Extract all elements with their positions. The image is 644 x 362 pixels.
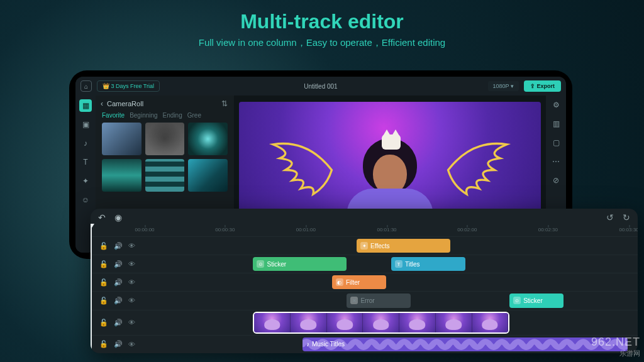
watermark-main: 962.NET xyxy=(591,336,640,349)
project-title[interactable]: Untitled 001 xyxy=(304,83,337,90)
settings-icon[interactable]: ⚙ xyxy=(550,99,562,111)
timeline-ruler[interactable]: 00:00:00 00:00:30 00:01:00 00:01:30 00:0… xyxy=(91,226,638,236)
audio-tool-icon[interactable]: ♪ xyxy=(79,137,92,150)
top-bar: ⌂ 👑 3 Days Free Trial Untitled 001 1080P… xyxy=(75,77,566,96)
watermark-sub: 乐游网 xyxy=(591,349,640,358)
speaker-icon[interactable]: 🔊 xyxy=(114,340,123,348)
speaker-icon[interactable]: 🔊 xyxy=(114,278,123,287)
lock-icon[interactable]: 🔓 xyxy=(99,260,108,268)
ruler-tick: 00:02:30 xyxy=(538,227,558,233)
eye-icon[interactable]: 👁 xyxy=(128,242,135,250)
media-tab-more[interactable]: Gree xyxy=(187,112,201,119)
ruler-tick: 00:03:30 xyxy=(619,227,638,233)
media-thumbnails xyxy=(96,123,234,192)
camera-tool-icon[interactable]: ▣ xyxy=(79,118,92,131)
clip-error[interactable]: ✕Error xyxy=(347,293,411,307)
eye-icon[interactable]: 👁 xyxy=(128,341,135,348)
lock-icon[interactable]: 🔓 xyxy=(99,297,108,305)
lock-icon[interactable]: 🔓 xyxy=(99,340,108,348)
track-row: 🔓🔊👁 ◐Filter xyxy=(91,273,638,291)
wing-left-graphic xyxy=(263,132,338,201)
dots-icon[interactable]: ⋯ xyxy=(550,156,562,167)
media-thumb[interactable] xyxy=(102,123,142,155)
hero-banner: Multi-track editor Full view in one colu… xyxy=(0,0,644,53)
clip-filter[interactable]: ◐Filter xyxy=(332,275,386,289)
playhead[interactable] xyxy=(91,226,92,353)
track-video-row: 🔓🔊👁 xyxy=(91,310,638,335)
speaker-icon[interactable]: 🔊 xyxy=(114,260,123,268)
trial-button[interactable]: 👑 3 Days Free Trial xyxy=(97,80,160,92)
text-tool-icon[interactable]: T xyxy=(79,156,92,168)
media-back-button[interactable]: ‹ xyxy=(101,99,103,108)
speaker-icon[interactable]: 🔊 xyxy=(114,242,123,250)
lock-icon[interactable]: 🔓 xyxy=(99,278,108,287)
effects-tool-icon[interactable]: ✦ xyxy=(79,175,92,187)
undo-icon[interactable]: ↺ xyxy=(606,212,614,222)
clip-effects[interactable]: ✦Effects xyxy=(357,239,450,253)
hero-subtitle: Full view in one column，Easy to operate，… xyxy=(0,37,644,49)
media-thumb[interactable] xyxy=(102,159,142,192)
media-thumb[interactable] xyxy=(188,123,228,155)
media-tab-ending[interactable]: Ending xyxy=(163,112,182,119)
eye-icon[interactable]: 👁 xyxy=(128,319,135,326)
track-row: 🔓🔊👁 ☺Sticker TTitles xyxy=(91,255,638,273)
ruler-tick: 00:01:00 xyxy=(296,227,316,233)
timeline-record-icon[interactable]: ◉ xyxy=(114,212,122,222)
ruler-tick: 00:00:30 xyxy=(215,227,235,233)
media-folder-label[interactable]: CameraRoll xyxy=(107,100,143,107)
speaker-icon[interactable]: 🔊 xyxy=(114,319,123,327)
media-tab-beginning[interactable]: Beginning xyxy=(130,112,157,119)
timeline-panel: ↶ ◉ ↺ ↻ 00:00:00 00:00:30 00:01:00 00:01… xyxy=(91,209,638,353)
eye-icon[interactable]: 👁 xyxy=(128,278,135,286)
clip-sticker[interactable]: ☺Sticker xyxy=(253,257,347,271)
media-thumb[interactable] xyxy=(145,159,185,192)
trial-label: 3 Days Free Trial xyxy=(111,83,155,89)
media-tabs: Favorite Beginning Ending Gree xyxy=(96,109,234,123)
ruler-tick: 00:02:00 xyxy=(457,227,477,233)
track-row: 🔓🔊👁 ✕Error ☺Sticker xyxy=(91,291,638,309)
timeline-back-icon[interactable]: ↶ xyxy=(98,212,106,222)
ruler-tick: 00:01:30 xyxy=(377,227,396,233)
eye-icon[interactable]: 👁 xyxy=(128,260,135,268)
timeline-toolbar: ↶ ◉ ↺ ↻ xyxy=(91,209,638,226)
video-clip[interactable] xyxy=(253,312,509,334)
export-button[interactable]: ⇪ Export xyxy=(524,80,561,92)
media-tool-icon[interactable]: ▦ xyxy=(79,99,92,112)
lock-icon[interactable]: 🔓 xyxy=(99,242,108,250)
redo-icon[interactable]: ↻ xyxy=(623,212,630,222)
ruler-tick: 00:00:00 xyxy=(135,227,154,233)
track-row: 🔓🔊👁 ✦Effects xyxy=(91,236,638,255)
wing-right-graphic xyxy=(441,132,517,201)
eye-icon[interactable]: 👁 xyxy=(128,297,135,304)
lock-icon[interactable]: 🔓 xyxy=(99,319,108,327)
block-icon[interactable]: ⊘ xyxy=(550,175,562,186)
track-audio-row: 🔓🔊👁 ♪Music Titles xyxy=(91,335,638,353)
layers-icon[interactable]: ▥ xyxy=(550,118,562,129)
sticker-tool-icon[interactable]: ☺ xyxy=(79,194,92,206)
media-thumb[interactable] xyxy=(145,123,185,155)
clip-titles[interactable]: TTitles xyxy=(391,257,465,271)
clip-sticker[interactable]: ☺Sticker xyxy=(509,293,564,307)
media-tab-favorite[interactable]: Favorite xyxy=(102,112,125,119)
tracks: 🔓🔊👁 ✦Effects 🔓🔊👁 ☺Sticker TTitles 🔓🔊👁 ◐F… xyxy=(91,236,638,353)
speaker-icon[interactable]: 🔊 xyxy=(114,297,123,305)
filter-icon[interactable]: ⇅ xyxy=(221,99,228,108)
resolution-button[interactable]: 1080P ▾ xyxy=(488,81,519,91)
hero-title: Multi-track editor xyxy=(0,10,644,33)
crop-icon[interactable]: ▢ xyxy=(550,137,562,148)
audio-clip[interactable]: ♪Music Titles xyxy=(303,337,628,351)
home-button[interactable]: ⌂ xyxy=(80,80,92,92)
media-thumb[interactable] xyxy=(188,159,228,192)
watermark: 962.NET 乐游网 xyxy=(591,336,640,358)
